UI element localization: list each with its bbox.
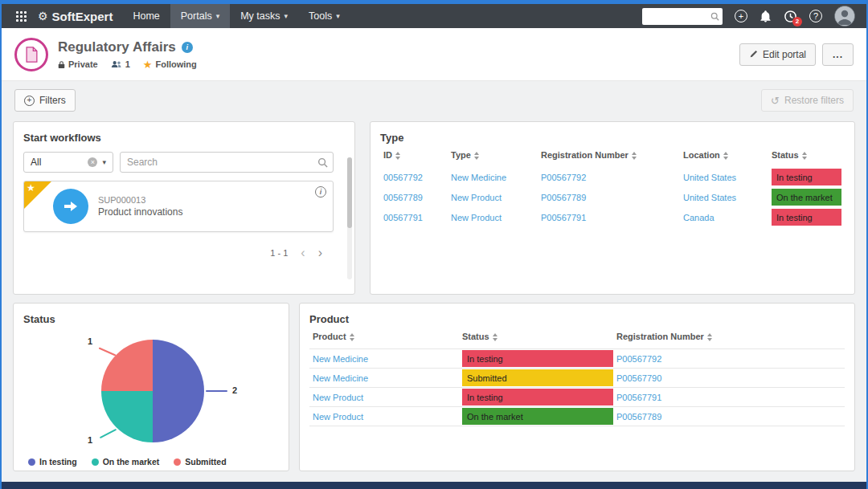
global-search [642,8,723,25]
legend-item[interactable]: In testing [28,457,77,467]
sort-icon[interactable] [723,152,728,160]
chevron-down-icon: ▾ [216,13,220,20]
status-pie-chart[interactable] [101,340,204,442]
card-title: Status [23,313,279,325]
column-header-registration-number[interactable]: Registration Number [613,325,845,349]
sort-icon[interactable] [350,333,354,341]
product-link[interactable]: New Product [313,412,363,422]
prev-page-icon[interactable]: ‹ [301,247,305,259]
workflow-controls: All × ▾ [23,152,334,173]
restore-filters-button[interactable]: ↺ Restore filters [761,89,854,112]
card-title: Product [309,313,845,325]
scrollbar-thumb[interactable] [347,157,352,228]
column-header-location[interactable]: Location [680,144,768,167]
type-link[interactable]: New Product [451,213,502,222]
info-icon[interactable]: i [182,42,193,53]
registration-number-link[interactable]: P00567791 [616,393,661,402]
sort-icon[interactable] [474,152,479,160]
column-header-id[interactable]: ID [380,144,448,167]
next-page-icon[interactable]: › [318,247,322,259]
question-icon: ? [809,10,822,22]
registration-number-link[interactable]: P00567792 [616,354,661,364]
registration-number-link[interactable]: P00567792 [541,173,586,182]
id-link[interactable]: 00567792 [383,173,423,182]
workflow-pagination: 1 - 1 ‹ › [23,247,322,259]
nav-item-my-tasks[interactable]: My tasks ▾ [230,4,298,28]
clear-icon[interactable]: × [88,157,97,167]
location-link[interactable]: United States [683,193,736,202]
edit-portal-button[interactable]: Edit portal [739,43,816,66]
page-title: Regulatory Affairs [58,39,176,55]
sort-icon[interactable] [395,152,400,160]
portal-meta: Private 1 ★ Following [58,59,197,70]
workflow-name: Product innovations [98,206,182,218]
page: ⚙ SoftExpert Home Portals ▾ My tasks ▾ T… [0,0,868,489]
notifications-button[interactable] [760,10,772,22]
status-badge: In testing [462,350,613,367]
type-link[interactable]: New Product [451,193,502,202]
registration-number-link[interactable]: P00567789 [541,193,586,202]
user-avatar[interactable] [834,6,855,26]
id-link[interactable]: 00567789 [383,193,423,202]
status-badge: On the market [772,189,841,206]
portal-header: Regulatory Affairs i Private 1 ★ Followi… [2,28,866,81]
pagination-label: 1 - 1 [270,248,288,258]
more-options-button[interactable]: ... [822,43,854,66]
members-badge[interactable]: 1 [111,59,130,69]
help-button[interactable]: ? [809,10,822,22]
legend-item[interactable]: Submitted [174,457,226,467]
sort-icon[interactable] [632,152,637,160]
softexpert-brand[interactable]: ⚙ SoftExpert [35,4,122,28]
nav-item-tools[interactable]: Tools ▾ [298,4,350,28]
following-badge[interactable]: ★ Following [143,59,197,70]
column-header-registration-number[interactable]: Registration Number [538,144,680,167]
nav-item-portals[interactable]: Portals ▾ [170,4,230,28]
status-card: Status 1 2 1 In testing [13,303,289,471]
nav-item-label: Tools [309,10,332,22]
privacy-label: Private [68,59,98,69]
column-header-product[interactable]: Product [309,325,459,349]
column-header-type[interactable]: Type [448,144,538,167]
info-icon[interactable]: i [315,186,326,198]
column-header-status[interactable]: Status [768,144,845,167]
id-link[interactable]: 00567791 [383,213,423,222]
registration-number-link[interactable]: P00567791 [541,213,586,222]
apps-grid-icon [16,11,27,22]
brand-name: SoftExpert [52,10,113,23]
pie-legend: In testing On the market Submitted [23,457,279,467]
apps-grid-button[interactable] [8,4,35,28]
workflow-texts: SUP000013 Product innovations [98,195,182,218]
workflow-icon-circle [53,189,88,224]
pie-chart-area: 1 2 1 [23,328,279,450]
card-title: Type [380,132,845,144]
legend-label: On the market [103,457,160,467]
add-button[interactable]: + [735,10,747,22]
product-link[interactable]: New Product [313,393,363,402]
sort-icon[interactable] [493,333,497,341]
legend-item[interactable]: On the market [92,457,160,467]
search-icon [317,157,328,168]
nav-item-label: Portals [181,10,212,22]
scrollbar-track[interactable] [347,157,352,279]
registration-number-link[interactable]: P00567789 [616,412,661,422]
location-link[interactable]: Canada [683,213,714,222]
workflow-filter-dropdown[interactable]: All × ▾ [23,152,113,173]
product-link[interactable]: New Medicine [313,354,368,364]
header-actions: Edit portal ... [739,43,854,66]
sort-icon[interactable] [802,152,807,160]
column-header-status[interactable]: Status [459,325,613,349]
workflow-item[interactable]: ★ SUP000013 Product innovations i [23,181,334,232]
product-link[interactable]: New Medicine [313,373,368,383]
nav-item-home[interactable]: Home [122,4,170,28]
pending-tasks-button[interactable]: 2 [784,10,797,23]
type-link[interactable]: New Medicine [451,173,506,182]
location-link[interactable]: United States [683,173,736,182]
chevron-down-icon: ▾ [285,13,289,20]
registration-number-link[interactable]: P00567790 [616,373,661,383]
pie-value-label: 1 [88,336,92,346]
table-header-row: Product Status Registration Number [309,325,845,349]
sort-icon[interactable] [707,333,712,341]
workflow-search-input[interactable] [121,153,333,172]
portal-header-text: Regulatory Affairs i Private 1 ★ Followi… [58,39,197,70]
filters-button[interactable]: + Filters [14,89,76,112]
